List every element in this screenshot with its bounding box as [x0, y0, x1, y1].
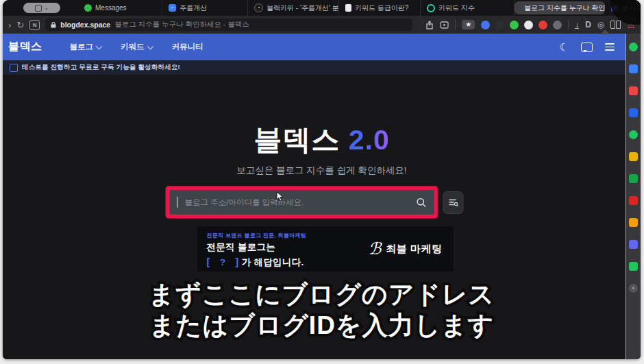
list-search-icon	[448, 198, 458, 207]
ext-green-app-icon[interactable]	[510, 21, 519, 29]
chevron-down-icon	[147, 43, 153, 49]
dock: ‹	[626, 34, 641, 359]
dock-red-video-app-icon[interactable]	[629, 196, 638, 205]
toolbar-actions: ★ ↓ D ◎ ⚠	[425, 20, 635, 29]
tab-blackkiwi[interactable]: ◔ 블랙키위 - '주름개선' 분석	[248, 0, 339, 16]
dark-mode-moon-icon[interactable]: ☾	[560, 42, 569, 52]
site-navbar: 블덱스 블로그 키워드 커뮤니티 ☾	[3, 34, 641, 60]
document-icon	[345, 4, 351, 12]
download-icon[interactable]: ↓	[575, 21, 579, 29]
toolbar-divider	[455, 20, 456, 29]
toolbar-divider	[568, 20, 569, 29]
nav-item-label: 블로그	[70, 42, 94, 52]
promo-tagline: 전문직 브랜드 블로그 전문, 최블마케팅	[207, 232, 444, 239]
tab-blogdex-active[interactable]: 블로그 지수를 누구나 확인	[515, 1, 605, 14]
ext-gray-app-icon[interactable]	[553, 21, 562, 29]
popup-pointer-triangle	[600, 29, 610, 34]
tab-keyword-grade[interactable]: 키워드 등급이란?	[339, 0, 421, 16]
dock-purple-app-icon[interactable]	[629, 240, 638, 249]
dock-yellow-note-app-icon[interactable]	[629, 152, 638, 161]
ext-page-app-icon[interactable]	[524, 21, 533, 29]
brand-name: 최블 마케팅	[386, 243, 442, 256]
dock-orange-star-app-icon[interactable]	[629, 218, 638, 227]
video-subtitle-overlay: まずここにブログのアドレス まずここにブログのアドレス またはブログIDを入力し…	[3, 280, 641, 341]
dock-red-heart-app-icon[interactable]	[629, 86, 638, 95]
screenshot-icon[interactable]	[440, 21, 449, 29]
blog-search-input[interactable]	[184, 197, 411, 207]
hero-title-text: 블덱스	[253, 124, 340, 156]
ring-icon	[427, 4, 435, 12]
tab-label: 키워드 지수	[438, 3, 475, 13]
tab-label: 주름개선	[179, 3, 207, 13]
dock-green-play-app-icon[interactable]	[629, 174, 638, 183]
chevron-down-icon	[96, 43, 103, 49]
site-nav-items: 블로그 키워드 커뮤니티	[70, 42, 203, 52]
lock-icon	[51, 22, 56, 28]
promo-banner[interactable]: 전문직 브랜드 블로그 전문, 최블마케팅 전문직 블로그는 [ ? ] 가 해…	[197, 226, 454, 271]
browser-toolbar: › ↻ N blogdex.space 블로그 지수를 누구나 확인하세요 - …	[3, 16, 641, 34]
chart-wave-icon: ~	[169, 4, 176, 12]
nav-item-community[interactable]: 커뮤니티	[172, 42, 203, 52]
tab-label: 키워드 등급이란?	[355, 3, 408, 13]
address-domain: blogdex.space	[60, 21, 110, 29]
dock-blue-chat-app-icon[interactable]	[629, 64, 638, 73]
hero-version-text: 2.0	[349, 124, 390, 156]
sidebar-d-icon[interactable]: D	[585, 21, 591, 29]
text-caret	[177, 197, 178, 208]
dock-green-c-app-icon[interactable]	[629, 43, 638, 51]
tab-wrinkle[interactable]: ~ 주름개선	[162, 0, 248, 16]
tab-overview-button[interactable]: ⌄	[23, 3, 60, 13]
tab-label: 블로그 지수를 누구나 확인	[524, 3, 605, 13]
address-bar[interactable]: blogdex.space 블로그 지수를 누구나 확인하세요 - 블덱스	[45, 19, 412, 31]
dock-blue-app-icon[interactable]	[629, 108, 638, 117]
extension-icons-row	[481, 21, 562, 29]
tab-label: Messages	[95, 4, 127, 12]
tab-messages[interactable]: Messages	[78, 0, 162, 16]
bracket-open: [	[207, 256, 210, 267]
tab-keyword-index[interactable]: 키워드 지수	[421, 0, 515, 16]
chat-feedback-icon[interactable]	[581, 43, 593, 52]
browser-tab-bar: ⌄ Messages ~ 주름개선 ◔ 블랙키위 - '주름개선' 분석 키워드…	[3, 0, 641, 16]
hero-subtitle: 보고싶은 블로그 지수를 쉽게 확인하세요!	[3, 165, 641, 177]
bulk-search-button[interactable]	[443, 191, 463, 214]
address-page-title: 블로그 지수를 누구나 확인하세요 - 블덱스	[114, 20, 249, 29]
hero-title: 블덱스 2.0	[3, 121, 641, 159]
dock-green-square-app-icon[interactable]	[629, 262, 638, 271]
ext-red-app-icon[interactable]	[538, 21, 547, 29]
notice-text: 테스트를 진행하고 무료로 구독 기능을 활성화하세요!	[22, 63, 180, 72]
nav-item-label: 커뮤니티	[172, 42, 203, 52]
split-view-icon[interactable]	[610, 21, 621, 29]
notice-banner[interactable]: 테스트를 진행하고 무료로 구독 기능을 활성화하세요!	[3, 60, 641, 75]
browser-window: ⌄ Messages ~ 주름개선 ◔ 블랙키위 - '주름개선' 분석 키워드…	[3, 0, 641, 359]
notice-bell-icon	[10, 64, 18, 72]
extensions-star-button[interactable]: ★	[462, 20, 475, 29]
nav-item-label: 키워드	[121, 42, 145, 52]
dock-collapse-chevron-icon[interactable]: ‹	[629, 284, 638, 293]
chevron-down-icon: ⌄	[44, 5, 49, 11]
ext-dark-app-icon[interactable]	[495, 21, 504, 29]
hamburger-menu-icon[interactable]	[605, 43, 615, 50]
share-icon[interactable]	[425, 21, 434, 29]
reload-icon[interactable]: ↻	[16, 21, 24, 29]
navbar-actions: ☾	[560, 42, 615, 52]
tab-label: 블랙키위 - '주름개선' 분석	[267, 3, 339, 13]
highlight-annotation-box	[165, 186, 438, 219]
dock-green-call-app-icon[interactable]	[629, 130, 638, 139]
record-icon[interactable]: ◎	[597, 21, 604, 29]
forward-icon[interactable]: ›	[8, 21, 11, 29]
search-row	[165, 186, 463, 219]
blog-search-box[interactable]	[169, 190, 434, 215]
naver-extension-icon[interactable]: N	[29, 20, 40, 30]
question-mark: ?	[213, 257, 233, 267]
search-icon[interactable]	[416, 197, 426, 208]
site-logo[interactable]: 블덱스	[8, 40, 42, 54]
nav-item-blog[interactable]: 블로그	[70, 42, 102, 52]
nav-item-keyword[interactable]: 키워드	[121, 42, 153, 52]
promo-brand: ℬ 최블 마케팅	[368, 239, 442, 258]
page-content: 블덱스 2.0 보고싶은 블로그 지수를 쉽게 확인하세요!	[3, 75, 641, 359]
ext-blue-app-icon[interactable]	[481, 21, 490, 29]
subtitle-line-2: またはブログIDを入力します またはブログIDを入力します	[3, 311, 641, 341]
blackkiwi-clock-icon: ◔	[254, 3, 263, 12]
messages-icon	[84, 4, 92, 12]
tab-overview-icon	[35, 5, 42, 12]
